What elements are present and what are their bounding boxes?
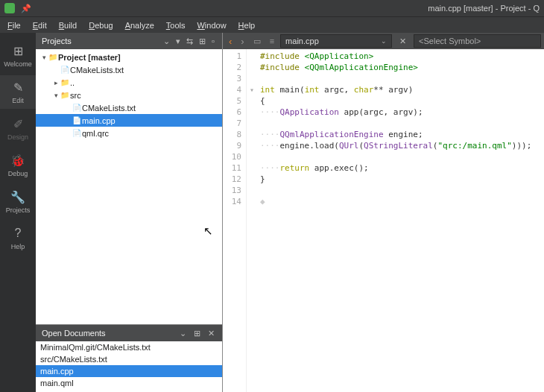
menu-build[interactable]: Build: [53, 19, 83, 32]
twisty-icon[interactable]: ▾: [40, 54, 48, 61]
file-name: main.cpp: [285, 37, 319, 45]
editor-toolbar: ‹ › ▭ ≡ main.cpp ⌄ ✕ <Select Symbol>: [223, 33, 544, 49]
file-icon: 📄: [72, 116, 82, 124]
bookmark-icon[interactable]: ▭: [250, 37, 264, 46]
split-icon[interactable]: ⊞: [197, 37, 207, 46]
menubar: FileEditBuildDebugAnalyzeToolsWindowHelp: [0, 16, 544, 33]
help-icon: ?: [10, 226, 25, 241]
mode-projects[interactable]: 🔧Projects: [0, 185, 36, 218]
open-documents-pane: Open Documents ⌄ ⊞ ✕ MinimalQml.git/CMak…: [36, 324, 222, 392]
menu-file[interactable]: File: [1, 19, 27, 32]
open-doc-item[interactable]: main.qml: [36, 377, 222, 389]
nav-forward-icon[interactable]: ›: [238, 36, 247, 47]
mode-edit[interactable]: ✎Edit: [0, 75, 36, 109]
folder-icon: 📁: [60, 91, 70, 99]
file-icon: 📄: [60, 66, 70, 74]
titlebar: 📌 main.cpp [master] - Project - Q: [0, 0, 544, 16]
chevron-down-icon: ⌄: [381, 37, 387, 45]
tree-item[interactable]: 📄main.cpp: [36, 114, 222, 127]
tree-item[interactable]: 📄qml.qrc: [36, 127, 222, 139]
file-icon: 📄: [72, 129, 82, 137]
tree-item[interactable]: 📄CMakeLists.txt: [36, 63, 222, 76]
menu-edit[interactable]: Edit: [27, 19, 53, 32]
file-icon: 📄: [72, 104, 82, 112]
tree-label: main.cpp: [82, 116, 116, 125]
dropdown-icon[interactable]: ⌄: [178, 329, 188, 338]
design-icon: ✐: [10, 116, 25, 131]
mode-help[interactable]: ?Help: [0, 221, 36, 255]
menu-debug[interactable]: Debug: [83, 19, 118, 32]
projects-pane: Projects ⌄ ▾ ⇆ ⊞ ▫ ▾📁Project [master]📄CM…: [36, 33, 223, 392]
projects-header: Projects ⌄ ▾ ⇆ ⊞ ▫: [36, 33, 222, 49]
mode-design[interactable]: ✐Design: [0, 112, 36, 145]
welcome-icon: ⊞: [10, 43, 25, 58]
split-icon[interactable]: ⊞: [192, 329, 202, 338]
config-icon[interactable]: ▫: [210, 37, 216, 46]
tree-label: qml.qrc: [82, 129, 109, 138]
project-tree[interactable]: ▾📁Project [master]📄CMakeLists.txt▸📁..▾📁s…: [36, 49, 222, 324]
tree-label: ..: [70, 78, 75, 87]
sync-icon[interactable]: ⇆: [185, 37, 194, 46]
edit-icon: ✎: [10, 80, 25, 95]
menu-tools[interactable]: Tools: [160, 19, 192, 32]
open-documents-header: Open Documents ⌄ ⊞ ✕: [36, 325, 222, 341]
mode-bar: ⊞Welcome✎Edit✐Design🐞Debug🔧Projects?Help: [0, 33, 36, 392]
close-icon[interactable]: ✕: [206, 329, 216, 338]
tree-item[interactable]: ▾📁Project [master]: [36, 51, 222, 63]
fold-column[interactable]: ▾: [247, 49, 257, 392]
open-documents-list[interactable]: MinimalQml.git/CMakeLists.txtsrc/CMakeLi…: [36, 341, 222, 392]
debug-icon: 🐞: [10, 153, 25, 168]
window-title: main.cpp [master] - Project - Q: [428, 4, 540, 13]
symbol-placeholder: <Select Symbol>: [419, 37, 481, 45]
projects-title: Projects: [42, 37, 72, 45]
folder-icon: 📁: [60, 78, 70, 86]
code-editor[interactable]: #include <QApplication> #include <QQmlAp…: [257, 49, 544, 392]
tree-item[interactable]: ▸📁..: [36, 76, 222, 89]
open-doc-item[interactable]: qml.qrc: [36, 389, 222, 392]
app-icon: [4, 3, 15, 13]
filter-icon[interactable]: ▾: [174, 37, 182, 46]
symbol-selector[interactable]: <Select Symbol>: [414, 34, 541, 48]
close-file-icon[interactable]: ✕: [395, 37, 411, 46]
tree-label: src: [70, 91, 81, 100]
open-doc-item[interactable]: main.cpp: [36, 365, 222, 377]
twisty-icon[interactable]: ▾: [52, 92, 60, 99]
mode-welcome[interactable]: ⊞Welcome: [0, 39, 36, 72]
open-doc-item[interactable]: src/CMakeLists.txt: [36, 353, 222, 365]
menu-help[interactable]: Help: [233, 19, 262, 32]
dropdown-icon[interactable]: ⌄: [162, 37, 171, 46]
editor-pane: ‹ › ▭ ≡ main.cpp ⌄ ✕ <Select Symbol> 123…: [223, 33, 544, 392]
mode-debug[interactable]: 🐞Debug: [0, 148, 36, 182]
projects-icon: 🔧: [10, 189, 25, 204]
definition-icon[interactable]: ≡: [267, 37, 277, 45]
pin-icon[interactable]: 📌: [21, 4, 31, 13]
folder-icon: 📁: [48, 53, 58, 61]
open-documents-title: Open Documents: [42, 329, 106, 338]
nav-back-icon[interactable]: ‹: [226, 36, 235, 47]
menu-window[interactable]: Window: [191, 19, 232, 32]
open-doc-item[interactable]: MinimalQml.git/CMakeLists.txt: [36, 341, 222, 353]
file-selector[interactable]: main.cpp ⌄: [280, 34, 392, 48]
cursor-icon: ↖: [203, 224, 213, 238]
tree-label: CMakeLists.txt: [70, 66, 124, 75]
tree-label: Project [master]: [58, 53, 121, 62]
tree-item[interactable]: 📄CMakeLists.txt: [36, 101, 222, 114]
menu-analyze[interactable]: Analyze: [119, 19, 160, 32]
tree-item[interactable]: ▾📁src: [36, 89, 222, 101]
tree-label: CMakeLists.txt: [82, 104, 136, 113]
twisty-icon[interactable]: ▸: [52, 79, 60, 86]
line-gutter[interactable]: 1234567891011121314: [223, 49, 247, 392]
